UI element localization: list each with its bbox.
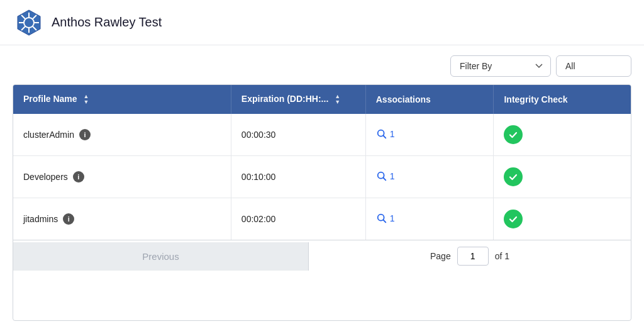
sort-icon-profile: ▲▼ — [83, 94, 89, 105]
checkmark-icon — [508, 214, 518, 224]
profile-name-text: jitadmins — [23, 214, 58, 224]
profile-name-text: clusterAdmin — [23, 130, 74, 140]
table-row: Developers i 00:10:00 1 — [13, 156, 631, 198]
association-link[interactable]: 1 — [376, 213, 395, 224]
association-count: 1 — [390, 129, 395, 139]
checkmark-icon — [508, 130, 518, 140]
page-number-input[interactable] — [457, 247, 489, 266]
checkmark-icon — [508, 172, 518, 182]
cell-integrity-2 — [494, 198, 631, 240]
cell-expiration-2: 00:02:00 — [231, 198, 365, 240]
svg-line-13 — [383, 177, 386, 180]
search-icon — [376, 213, 387, 224]
page-label: Page — [430, 251, 451, 261]
integrity-check-badge — [504, 125, 523, 144]
col-header-expiration[interactable]: Expiration (DD:HH:... ▲▼ — [231, 85, 365, 114]
cell-profile-2: jitadmins i — [13, 198, 231, 240]
association-link[interactable]: 1 — [376, 171, 395, 182]
cell-expiration-0: 00:00:30 — [231, 114, 365, 156]
svg-line-11 — [383, 135, 386, 138]
data-table-wrapper: Profile Name ▲▼ Expiration (DD:HH:... ▲▼ — [13, 84, 631, 321]
info-icon[interactable]: i — [79, 129, 91, 140]
profiles-table: Profile Name ▲▼ Expiration (DD:HH:... ▲▼ — [13, 85, 631, 240]
filter-value-input[interactable] — [556, 55, 631, 77]
previous-button[interactable]: Previous — [13, 242, 309, 271]
pagination: Previous Page of 1 — [13, 240, 631, 272]
page-info: Page of 1 — [309, 240, 631, 272]
association-link[interactable]: 1 — [376, 128, 395, 140]
filter-bar: Filter By Profile Name Expiration Associ… — [13, 55, 631, 77]
sort-icon-expiration: ▲▼ — [335, 94, 340, 105]
cell-expiration-1: 00:10:00 — [231, 156, 365, 198]
filter-by-select[interactable]: Filter By Profile Name Expiration Associ… — [450, 55, 551, 77]
integrity-check-badge — [504, 210, 523, 228]
app-title: Anthos Rawley Test — [52, 15, 162, 30]
table-header-row: Profile Name ▲▼ Expiration (DD:HH:... ▲▼ — [13, 85, 631, 114]
info-icon[interactable]: i — [63, 213, 74, 225]
of-label: of 1 — [495, 251, 509, 261]
search-icon — [376, 128, 387, 140]
app-container: Anthos Rawley Test Filter By Profile Nam… — [0, 0, 644, 331]
table-row: jitadmins i 00:02:00 1 — [13, 198, 631, 240]
cell-associations-2: 1 — [365, 198, 494, 240]
col-header-associations: Associations — [365, 85, 494, 114]
cell-associations-1: 1 — [365, 156, 494, 198]
profile-name-text: Developers — [23, 172, 68, 182]
svg-line-15 — [383, 220, 386, 222]
cell-associations-0: 1 — [365, 114, 494, 156]
info-icon[interactable]: i — [73, 171, 84, 182]
search-icon — [376, 171, 387, 182]
col-header-profile[interactable]: Profile Name ▲▼ — [13, 85, 231, 114]
table-row: clusterAdmin i 00:00:30 1 — [13, 114, 631, 156]
association-count: 1 — [390, 171, 395, 181]
main-content: Filter By Profile Name Expiration Associ… — [0, 45, 644, 331]
cell-profile-0: clusterAdmin i — [13, 114, 231, 156]
integrity-check-badge — [504, 167, 523, 186]
header: Anthos Rawley Test — [0, 0, 644, 45]
anthos-logo-icon — [15, 9, 43, 36]
cell-integrity-1 — [494, 156, 631, 198]
cell-profile-1: Developers i — [13, 156, 231, 198]
col-header-integrity: Integrity Check — [494, 85, 631, 114]
association-count: 1 — [390, 213, 395, 223]
cell-integrity-0 — [494, 114, 631, 156]
